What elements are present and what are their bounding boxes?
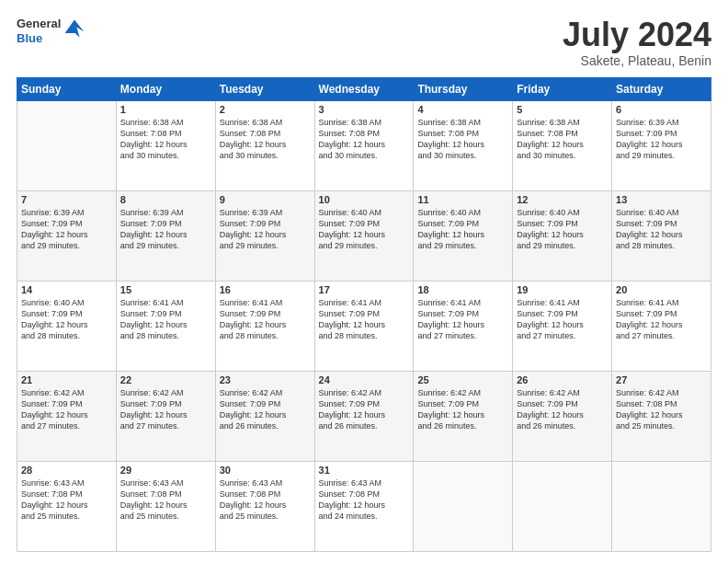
cell-info: Sunrise: 6:38 AM Sunset: 7:08 PM Dayligh… <box>120 117 211 162</box>
col-header-friday: Friday <box>513 77 612 100</box>
cell-info: Sunrise: 6:39 AM Sunset: 7:09 PM Dayligh… <box>21 207 112 252</box>
calendar-cell: 5Sunrise: 6:38 AM Sunset: 7:08 PM Daylig… <box>513 100 612 190</box>
cell-info: Sunrise: 6:38 AM Sunset: 7:08 PM Dayligh… <box>517 117 608 162</box>
cell-info: Sunrise: 6:42 AM Sunset: 7:09 PM Dayligh… <box>517 387 608 432</box>
col-header-saturday: Saturday <box>612 77 711 100</box>
month-title: July 2024 <box>563 17 711 53</box>
week-row-3: 14Sunrise: 6:40 AM Sunset: 7:09 PM Dayli… <box>17 281 711 371</box>
col-header-wednesday: Wednesday <box>314 77 414 100</box>
cell-info: Sunrise: 6:40 AM Sunset: 7:09 PM Dayligh… <box>616 207 707 252</box>
calendar-cell <box>513 461 612 551</box>
calendar-cell: 21Sunrise: 6:42 AM Sunset: 7:09 PM Dayli… <box>17 371 117 461</box>
day-number: 27 <box>616 374 707 385</box>
col-header-thursday: Thursday <box>414 77 513 100</box>
day-number: 28 <box>21 465 112 476</box>
week-row-1: 1Sunrise: 6:38 AM Sunset: 7:08 PM Daylig… <box>17 100 711 190</box>
svg-marker-0 <box>65 19 85 37</box>
cell-info: Sunrise: 6:42 AM Sunset: 7:09 PM Dayligh… <box>417 387 508 432</box>
day-number: 5 <box>517 104 608 115</box>
title-block: July 2024 Sakete, Plateau, Benin <box>563 17 711 68</box>
day-number: 11 <box>417 194 508 205</box>
week-row-5: 28Sunrise: 6:43 AM Sunset: 7:08 PM Dayli… <box>17 461 711 551</box>
day-number: 23 <box>220 374 311 385</box>
calendar-cell: 3Sunrise: 6:38 AM Sunset: 7:08 PM Daylig… <box>314 100 414 190</box>
calendar-cell: 23Sunrise: 6:42 AM Sunset: 7:09 PM Dayli… <box>215 371 314 461</box>
col-header-monday: Monday <box>116 77 215 100</box>
calendar-cell: 28Sunrise: 6:43 AM Sunset: 7:08 PM Dayli… <box>17 461 117 551</box>
day-number: 13 <box>616 194 707 205</box>
day-number: 29 <box>120 465 211 476</box>
calendar-cell: 9Sunrise: 6:39 AM Sunset: 7:09 PM Daylig… <box>215 190 314 281</box>
cell-info: Sunrise: 6:41 AM Sunset: 7:09 PM Dayligh… <box>319 297 410 342</box>
cell-info: Sunrise: 6:38 AM Sunset: 7:08 PM Dayligh… <box>220 117 311 162</box>
calendar-cell: 27Sunrise: 6:42 AM Sunset: 7:08 PM Dayli… <box>612 371 711 461</box>
calendar-cell: 10Sunrise: 6:40 AM Sunset: 7:09 PM Dayli… <box>314 190 414 281</box>
calendar-cell: 4Sunrise: 6:38 AM Sunset: 7:08 PM Daylig… <box>414 100 513 190</box>
day-number: 20 <box>616 284 707 295</box>
cell-info: Sunrise: 6:39 AM Sunset: 7:09 PM Dayligh… <box>616 117 707 162</box>
calendar-table: SundayMondayTuesdayWednesdayThursdayFrid… <box>17 77 711 552</box>
day-number: 18 <box>417 284 508 295</box>
calendar-cell: 2Sunrise: 6:38 AM Sunset: 7:08 PM Daylig… <box>215 100 314 190</box>
day-number: 1 <box>120 104 211 115</box>
calendar-cell: 6Sunrise: 6:39 AM Sunset: 7:09 PM Daylig… <box>612 100 711 190</box>
week-row-4: 21Sunrise: 6:42 AM Sunset: 7:09 PM Dayli… <box>17 371 711 461</box>
day-number: 31 <box>319 465 410 476</box>
logo-icon <box>63 18 85 40</box>
calendar-cell: 13Sunrise: 6:40 AM Sunset: 7:09 PM Dayli… <box>612 190 711 281</box>
cell-info: Sunrise: 6:43 AM Sunset: 7:08 PM Dayligh… <box>220 477 311 523</box>
calendar-cell: 16Sunrise: 6:41 AM Sunset: 7:09 PM Dayli… <box>215 281 314 371</box>
cell-info: Sunrise: 6:42 AM Sunset: 7:08 PM Dayligh… <box>616 387 707 432</box>
cell-info: Sunrise: 6:42 AM Sunset: 7:09 PM Dayligh… <box>220 387 311 432</box>
calendar-cell <box>612 461 711 551</box>
cell-info: Sunrise: 6:42 AM Sunset: 7:09 PM Dayligh… <box>120 387 211 432</box>
day-number: 10 <box>319 194 410 205</box>
day-number: 17 <box>319 284 410 295</box>
calendar-cell: 11Sunrise: 6:40 AM Sunset: 7:09 PM Dayli… <box>414 190 513 281</box>
day-number: 26 <box>517 374 608 385</box>
location: Sakete, Plateau, Benin <box>563 53 711 68</box>
day-number: 2 <box>220 104 311 115</box>
day-number: 15 <box>120 284 211 295</box>
day-number: 30 <box>220 465 311 476</box>
cell-info: Sunrise: 6:42 AM Sunset: 7:09 PM Dayligh… <box>319 387 410 432</box>
calendar-cell: 24Sunrise: 6:42 AM Sunset: 7:09 PM Dayli… <box>314 371 414 461</box>
day-number: 4 <box>417 104 508 115</box>
day-number: 3 <box>319 104 410 115</box>
cell-info: Sunrise: 6:40 AM Sunset: 7:09 PM Dayligh… <box>319 207 410 252</box>
day-number: 14 <box>21 284 112 295</box>
cell-info: Sunrise: 6:39 AM Sunset: 7:09 PM Dayligh… <box>120 207 211 252</box>
day-number: 12 <box>517 194 608 205</box>
cell-info: Sunrise: 6:41 AM Sunset: 7:09 PM Dayligh… <box>517 297 608 342</box>
day-number: 6 <box>616 104 707 115</box>
cell-info: Sunrise: 6:42 AM Sunset: 7:09 PM Dayligh… <box>21 387 112 432</box>
col-header-sunday: Sunday <box>17 77 117 100</box>
day-number: 8 <box>120 194 211 205</box>
day-number: 19 <box>517 284 608 295</box>
day-number: 25 <box>417 374 508 385</box>
day-number: 22 <box>120 374 211 385</box>
logo-text: General Blue <box>17 17 61 45</box>
header: General Blue July 2024 Sakete, Plateau, … <box>17 17 711 68</box>
cell-info: Sunrise: 6:38 AM Sunset: 7:08 PM Dayligh… <box>319 117 410 162</box>
cell-info: Sunrise: 6:41 AM Sunset: 7:09 PM Dayligh… <box>616 297 707 342</box>
calendar-cell <box>414 461 513 551</box>
calendar-cell: 19Sunrise: 6:41 AM Sunset: 7:09 PM Dayli… <box>513 281 612 371</box>
calendar-cell: 31Sunrise: 6:43 AM Sunset: 7:08 PM Dayli… <box>314 461 414 551</box>
header-row: SundayMondayTuesdayWednesdayThursdayFrid… <box>17 77 711 100</box>
calendar-cell: 20Sunrise: 6:41 AM Sunset: 7:09 PM Dayli… <box>612 281 711 371</box>
cell-info: Sunrise: 6:41 AM Sunset: 7:09 PM Dayligh… <box>220 297 311 342</box>
calendar-cell <box>17 100 117 190</box>
day-number: 9 <box>220 194 311 205</box>
calendar-cell: 26Sunrise: 6:42 AM Sunset: 7:09 PM Dayli… <box>513 371 612 461</box>
day-number: 16 <box>220 284 311 295</box>
cell-info: Sunrise: 6:40 AM Sunset: 7:09 PM Dayligh… <box>21 297 112 342</box>
cell-info: Sunrise: 6:40 AM Sunset: 7:09 PM Dayligh… <box>517 207 608 252</box>
calendar-cell: 7Sunrise: 6:39 AM Sunset: 7:09 PM Daylig… <box>17 190 117 281</box>
cell-info: Sunrise: 6:43 AM Sunset: 7:08 PM Dayligh… <box>120 477 211 523</box>
cell-info: Sunrise: 6:38 AM Sunset: 7:08 PM Dayligh… <box>417 117 508 162</box>
calendar-cell: 18Sunrise: 6:41 AM Sunset: 7:09 PM Dayli… <box>414 281 513 371</box>
calendar-cell: 29Sunrise: 6:43 AM Sunset: 7:08 PM Dayli… <box>116 461 215 551</box>
calendar-cell: 12Sunrise: 6:40 AM Sunset: 7:09 PM Dayli… <box>513 190 612 281</box>
day-number: 24 <box>319 374 410 385</box>
